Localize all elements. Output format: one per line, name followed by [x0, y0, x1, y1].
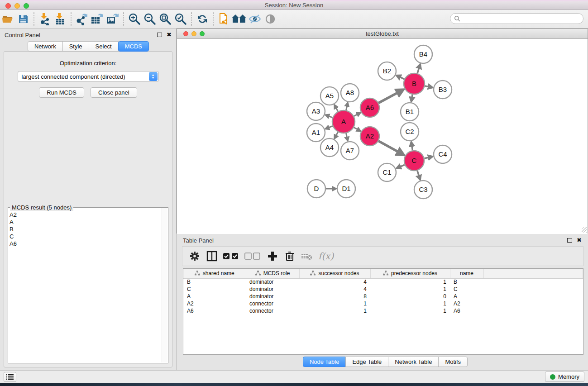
edge-A-A3[interactable] [329, 116, 333, 117]
open-file-icon[interactable] [0, 12, 15, 26]
cell-shared-name[interactable]: C [183, 286, 246, 293]
cell-successor-nodes[interactable]: 4 [299, 286, 370, 293]
cell-name[interactable]: A2 [450, 300, 483, 307]
memory-button[interactable]: Memory [545, 372, 584, 382]
cell-predecessor-nodes[interactable]: 0 [370, 293, 450, 300]
zoom-window-button[interactable] [24, 3, 29, 9]
cell-successor-nodes[interactable]: 4 [299, 278, 370, 286]
zoom-in-icon[interactable] [127, 12, 142, 26]
edge-B-B2[interactable] [400, 77, 404, 79]
import-table-icon[interactable] [53, 12, 68, 26]
cell-predecessor-nodes[interactable]: 1 [370, 286, 450, 293]
table-row[interactable]: Bdominator41B [183, 278, 583, 286]
edge-A-A1[interactable] [329, 126, 333, 128]
save-session-icon[interactable] [15, 12, 31, 26]
result-item[interactable]: A [10, 219, 162, 226]
result-scrollbar[interactable] [162, 208, 167, 362]
column-header-shared-name[interactable]: shared name [183, 269, 246, 278]
tab-style[interactable]: Style [62, 41, 89, 52]
tab-mcds[interactable]: MCDS [118, 41, 149, 52]
delete-column-icon[interactable] [282, 248, 297, 264]
edge-B-B4[interactable] [417, 68, 419, 73]
cell-name[interactable]: A6 [450, 307, 483, 315]
result-item[interactable]: A2 [10, 211, 162, 219]
edge-A-A5[interactable] [336, 108, 338, 111]
column-header-successor-nodes[interactable]: successor nodes [299, 269, 370, 278]
cell-name[interactable]: B [450, 278, 483, 286]
cell-name[interactable]: C [450, 286, 483, 293]
tab-network-table[interactable]: Network Table [388, 357, 439, 367]
edge-C-C1[interactable] [400, 165, 405, 167]
network-minimize-button[interactable] [191, 31, 196, 36]
cell-shared-name[interactable]: A [183, 293, 246, 300]
table-row[interactable]: A6connector11A6 [183, 307, 583, 315]
cell-MCDS-role[interactable]: dominator [246, 286, 299, 293]
network-canvas[interactable]: AA1A2A3A4A5A6A7A8BB1B2B3B4CC1C2C3C4DD1 [177, 39, 588, 234]
export-table-icon[interactable] [90, 12, 105, 26]
result-item[interactable]: C [10, 233, 162, 240]
column-header-name[interactable]: name [450, 269, 483, 278]
tab-network[interactable]: Network [28, 41, 63, 52]
cell-predecessor-nodes[interactable]: 1 [370, 307, 450, 315]
edge-C-C2[interactable] [412, 146, 413, 150]
import-network-icon[interactable] [37, 12, 53, 26]
edge-A-A6[interactable] [354, 114, 358, 116]
optimization-criterion-dropdown[interactable]: largest connected component (directed) ▲… [18, 71, 159, 82]
zoom-out-icon[interactable] [142, 12, 158, 26]
cell-shared-name[interactable]: A6 [183, 307, 246, 315]
tab-select[interactable]: Select [89, 41, 119, 52]
zoom-selected-icon[interactable] [173, 12, 188, 26]
edge-A-A7[interactable] [346, 133, 347, 138]
edge-A-A8[interactable] [346, 106, 347, 110]
table-row[interactable]: Adominator80A [183, 293, 583, 300]
cell-successor-nodes[interactable]: 1 [299, 307, 370, 315]
edge-C-C4[interactable] [424, 157, 429, 158]
tab-edge-table[interactable]: Edge Table [345, 357, 388, 367]
cell-MCDS-role[interactable]: connector [246, 307, 299, 315]
column-header-MCDS-role[interactable]: MCDS role [246, 269, 299, 278]
cell-shared-name[interactable]: A2 [183, 300, 246, 307]
hide-details-icon[interactable] [247, 12, 263, 26]
cell-MCDS-role[interactable]: dominator [246, 293, 299, 300]
minimize-window-button[interactable] [14, 3, 20, 9]
select-all-columns-icon[interactable] [221, 248, 241, 264]
close-window-button[interactable] [5, 3, 11, 9]
column-header-predecessor-nodes[interactable]: predecessor nodes [370, 269, 450, 278]
edge-A-A2[interactable] [354, 128, 358, 130]
cell-name[interactable]: A [450, 293, 483, 300]
zoom-fit-icon[interactable] [158, 12, 173, 26]
delete-table-icon[interactable] [299, 248, 315, 264]
task-history-button[interactable] [4, 372, 16, 382]
run-mcds-button[interactable]: Run MCDS [39, 87, 84, 98]
edge-A2-C[interactable] [378, 141, 398, 152]
home-icon[interactable] [232, 12, 247, 26]
network-close-button[interactable] [183, 31, 188, 36]
function-builder-icon[interactable]: f(x) [318, 251, 334, 262]
copy-network-icon[interactable] [216, 12, 232, 26]
result-item[interactable]: B [10, 226, 162, 233]
mcds-result-list[interactable]: A2ABCA6 [10, 211, 162, 362]
add-column-icon[interactable] [265, 248, 280, 264]
close-panel-icon[interactable]: ✖ [167, 33, 172, 37]
split-view-icon[interactable] [204, 248, 220, 264]
search-field[interactable] [450, 13, 583, 24]
close-panel-button[interactable]: Close panel [91, 87, 137, 98]
tab-node-table[interactable]: Node Table [303, 357, 346, 367]
cell-shared-name[interactable]: B [183, 278, 246, 286]
edge-C-C3[interactable] [417, 171, 419, 176]
cell-successor-nodes[interactable]: 8 [299, 293, 370, 300]
unselect-all-columns-icon[interactable] [243, 248, 263, 264]
cell-MCDS-role[interactable]: dominator [246, 278, 299, 286]
cell-predecessor-nodes[interactable]: 1 [370, 300, 450, 307]
refresh-icon[interactable] [195, 12, 210, 26]
export-image-icon[interactable] [105, 12, 120, 26]
edge-A-A4[interactable] [336, 132, 338, 136]
cell-successor-nodes[interactable]: 1 [299, 300, 370, 307]
edge-B-B1[interactable] [412, 95, 412, 98]
network-zoom-button[interactable] [200, 31, 205, 36]
result-item[interactable]: A6 [10, 240, 162, 248]
table-row[interactable]: Cdominator41C [183, 286, 583, 293]
export-network-icon[interactable] [74, 12, 90, 26]
edge-B-B3[interactable] [425, 86, 429, 87]
show-details-icon[interactable] [263, 12, 278, 26]
